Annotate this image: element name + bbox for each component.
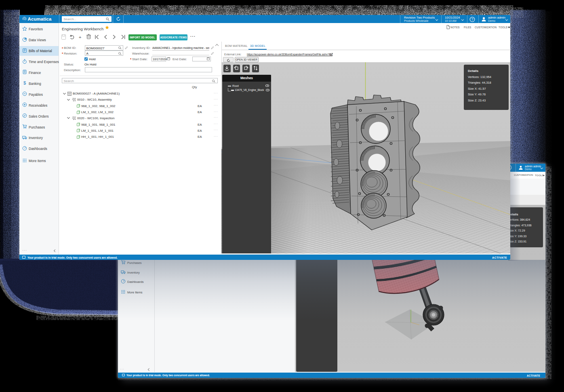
svg-text:?: ?	[471, 17, 474, 21]
svg-text:$: $	[23, 80, 26, 85]
